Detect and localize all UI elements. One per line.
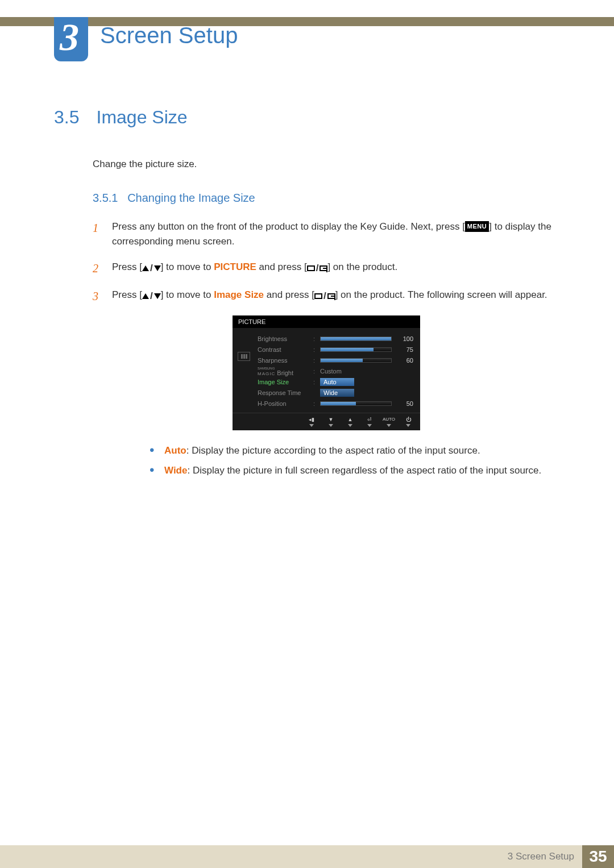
osd-footer: ◂▮ ▼ ▲ ⏎ AUTO ⏻ xyxy=(233,413,420,428)
step-item: 1 Press any button on the front of the p… xyxy=(93,219,560,250)
step-number: 3 xyxy=(93,288,102,305)
bullet-term: Wide xyxy=(164,465,187,476)
osd-foot-enter-icon: ⏎ xyxy=(366,417,374,427)
step-number: 2 xyxy=(93,260,102,277)
bullet-list: • Auto: Display the picture according to… xyxy=(150,443,560,479)
section-intro: Change the picture size. xyxy=(93,159,560,170)
step-number: 1 xyxy=(93,219,102,250)
footer-label: 3 Screen Setup xyxy=(508,851,582,862)
bullet-item: • Auto: Display the picture according to… xyxy=(150,443,560,459)
chapter-title: Screen Setup xyxy=(100,23,238,48)
step-list: 1 Press any button on the front of the p… xyxy=(93,219,560,479)
bullet-term: Auto xyxy=(164,445,186,456)
highlight-image-size: Image Size xyxy=(214,289,264,300)
osd-foot-back-icon: ◂▮ xyxy=(308,417,316,427)
footer-page-number: 35 xyxy=(582,845,614,868)
subsection-title: Changing the Image Size xyxy=(127,192,255,204)
bullet-dot-icon: • xyxy=(150,443,155,459)
osd-row-h-position: H-Position: 50 xyxy=(258,398,413,409)
section-heading: 3.5 Image Size xyxy=(54,107,560,128)
highlight-picture: PICTURE xyxy=(214,261,256,272)
subsection-heading: 3.5.1 Changing the Image Size xyxy=(93,192,560,205)
osd-foot-up-icon: ▲ xyxy=(346,417,354,427)
step-item: 3 Press [/] to move to Image Size and pr… xyxy=(93,288,560,305)
page-footer: 3 Screen Setup 35 xyxy=(0,845,614,868)
osd-row-sharpness: Sharpness: 60 xyxy=(258,355,413,366)
step-text: Press [/] to move to PICTURE and press [… xyxy=(112,260,560,277)
source-enter-icon: / xyxy=(307,261,328,276)
chapter-tab: 3 xyxy=(54,17,88,61)
osd-row-response-time: Response Time Wide xyxy=(258,388,413,398)
up-down-icon: / xyxy=(142,289,161,304)
top-accent-band xyxy=(0,17,614,26)
osd-row-image-size: Image Size: Auto xyxy=(258,377,413,388)
step-item: 2 Press [/] to move to PICTURE and press… xyxy=(93,260,560,277)
source-enter-icon: / xyxy=(314,289,335,304)
up-down-icon: / xyxy=(142,261,161,276)
bullet-dot-icon: • xyxy=(150,463,155,479)
section-number: 3.5 xyxy=(54,107,79,128)
subsection-number: 3.5.1 xyxy=(93,192,118,204)
step-text: Press any button on the front of the pro… xyxy=(112,219,560,250)
osd-option-wide: Wide xyxy=(320,389,354,397)
step-text: Press [/] to move to Image Size and pres… xyxy=(112,288,560,305)
bullet-item: • Wide: Display the picture in full scre… xyxy=(150,463,560,479)
osd-foot-auto: AUTO xyxy=(385,417,393,427)
menu-button-icon: MENU xyxy=(465,221,489,232)
osd-menu: PICTURE Brightness: 100 Contrast: 75 xyxy=(233,315,420,430)
bullet-desc: : Display the picture in full screen reg… xyxy=(187,465,541,476)
osd-row-brightness: Brightness: 100 xyxy=(258,334,413,344)
osd-foot-down-icon: ▼ xyxy=(327,417,335,427)
osd-title: PICTURE xyxy=(233,315,420,328)
osd-option-auto: Auto xyxy=(320,378,354,386)
osd-row-contrast: Contrast: 75 xyxy=(258,344,413,355)
chapter-number: 3 xyxy=(60,15,79,60)
picture-category-icon xyxy=(238,352,250,361)
osd-row-magic-bright: SAMSUNG MAGIC Bright : Custom xyxy=(258,366,413,377)
osd-sidebar xyxy=(233,328,255,413)
bullet-desc: : Display the picture according to the a… xyxy=(186,445,480,456)
osd-foot-power-icon: ⏻ xyxy=(404,417,412,427)
section-title: Image Size xyxy=(96,107,187,128)
